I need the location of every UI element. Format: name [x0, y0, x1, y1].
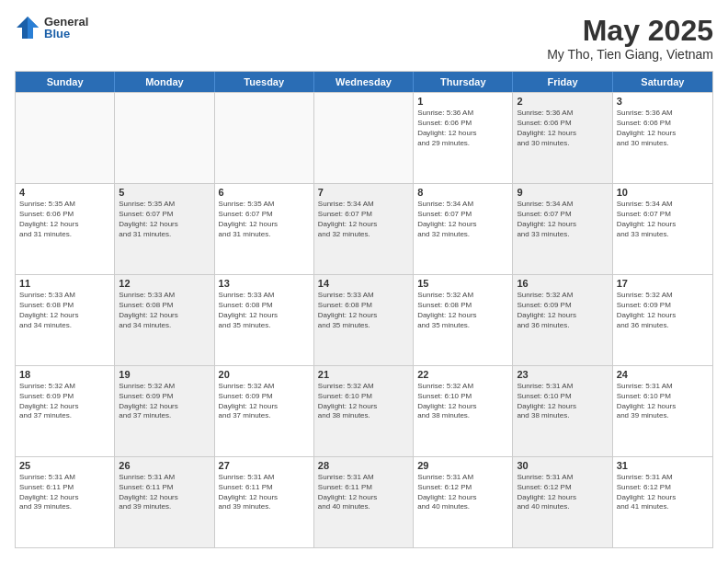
calendar-week-2: 4Sunrise: 5:35 AM Sunset: 6:06 PM Daylig… [16, 183, 712, 274]
day-info: Sunrise: 5:32 AM Sunset: 6:09 PM Dayligh… [119, 382, 210, 421]
calendar-cell: 23Sunrise: 5:31 AM Sunset: 6:10 PM Dayli… [513, 366, 612, 456]
calendar-cell: 11Sunrise: 5:33 AM Sunset: 6:08 PM Dayli… [16, 275, 115, 365]
day-info: Sunrise: 5:34 AM Sunset: 6:07 PM Dayligh… [517, 200, 608, 239]
day-number: 19 [119, 369, 210, 380]
day-info: Sunrise: 5:33 AM Sunset: 6:08 PM Dayligh… [318, 291, 409, 330]
day-info: Sunrise: 5:31 AM Sunset: 6:12 PM Dayligh… [417, 473, 508, 512]
calendar-cell: 5Sunrise: 5:35 AM Sunset: 6:07 PM Daylig… [115, 184, 214, 274]
day-number: 7 [318, 187, 409, 198]
calendar-cell: 18Sunrise: 5:32 AM Sunset: 6:09 PM Dayli… [16, 366, 115, 456]
day-info: Sunrise: 5:32 AM Sunset: 6:09 PM Dayligh… [19, 382, 110, 421]
calendar-cell: 24Sunrise: 5:31 AM Sunset: 6:10 PM Dayli… [613, 366, 712, 456]
calendar-subtitle: My Tho, Tien Giang, Vietnam [547, 47, 713, 62]
day-header-tuesday: Tuesday [215, 72, 314, 92]
calendar-cell: 12Sunrise: 5:33 AM Sunset: 6:08 PM Dayli… [115, 275, 214, 365]
logo: General Blue [15, 15, 88, 40]
day-number: 6 [219, 187, 310, 198]
day-header-monday: Monday [115, 72, 214, 92]
calendar-cell: 14Sunrise: 5:33 AM Sunset: 6:08 PM Dayli… [314, 275, 414, 365]
day-number: 4 [19, 187, 110, 198]
day-info: Sunrise: 5:32 AM Sunset: 6:10 PM Dayligh… [417, 382, 508, 421]
calendar-cell: 28Sunrise: 5:31 AM Sunset: 6:11 PM Dayli… [314, 457, 414, 547]
calendar-cell: 1Sunrise: 5:36 AM Sunset: 6:06 PM Daylig… [414, 93, 513, 183]
day-info: Sunrise: 5:32 AM Sunset: 6:08 PM Dayligh… [417, 291, 508, 330]
day-number: 12 [119, 278, 210, 289]
calendar-cell: 17Sunrise: 5:32 AM Sunset: 6:09 PM Dayli… [613, 275, 712, 365]
header: General Blue May 2025 My Tho, Tien Giang… [15, 15, 713, 62]
calendar-cell: 30Sunrise: 5:31 AM Sunset: 6:12 PM Dayli… [513, 457, 612, 547]
day-info: Sunrise: 5:31 AM Sunset: 6:12 PM Dayligh… [617, 473, 709, 512]
calendar-cell: 10Sunrise: 5:34 AM Sunset: 6:07 PM Dayli… [613, 184, 712, 274]
day-info: Sunrise: 5:31 AM Sunset: 6:12 PM Dayligh… [517, 473, 608, 512]
day-number: 3 [617, 96, 709, 107]
day-info: Sunrise: 5:31 AM Sunset: 6:11 PM Dayligh… [19, 473, 110, 512]
calendar-cell: 16Sunrise: 5:32 AM Sunset: 6:09 PM Dayli… [513, 275, 612, 365]
day-number: 16 [517, 278, 608, 289]
calendar-cell: 22Sunrise: 5:32 AM Sunset: 6:10 PM Dayli… [414, 366, 513, 456]
logo-icon [15, 15, 40, 40]
day-header-wednesday: Wednesday [314, 72, 414, 92]
calendar-cell: 15Sunrise: 5:32 AM Sunset: 6:08 PM Dayli… [414, 275, 513, 365]
day-header-thursday: Thursday [414, 72, 513, 92]
calendar-cell: 19Sunrise: 5:32 AM Sunset: 6:09 PM Dayli… [115, 366, 214, 456]
calendar-cell: 25Sunrise: 5:31 AM Sunset: 6:11 PM Dayli… [16, 457, 115, 547]
day-header-sunday: Sunday [16, 72, 115, 92]
day-info: Sunrise: 5:34 AM Sunset: 6:07 PM Dayligh… [318, 200, 409, 239]
day-number: 26 [119, 460, 210, 471]
calendar-cell: 21Sunrise: 5:32 AM Sunset: 6:10 PM Dayli… [314, 366, 414, 456]
day-number: 31 [617, 460, 709, 471]
day-header-friday: Friday [513, 72, 612, 92]
calendar-cell: 6Sunrise: 5:35 AM Sunset: 6:07 PM Daylig… [215, 184, 314, 274]
calendar-body: 1Sunrise: 5:36 AM Sunset: 6:06 PM Daylig… [16, 92, 712, 547]
day-number: 2 [517, 96, 608, 107]
day-info: Sunrise: 5:32 AM Sunset: 6:09 PM Dayligh… [517, 291, 608, 330]
day-info: Sunrise: 5:31 AM Sunset: 6:10 PM Dayligh… [617, 382, 709, 421]
day-number: 13 [219, 278, 310, 289]
day-number: 8 [417, 187, 508, 198]
day-number: 1 [417, 96, 508, 107]
day-info: Sunrise: 5:33 AM Sunset: 6:08 PM Dayligh… [119, 291, 210, 330]
day-number: 17 [617, 278, 709, 289]
day-number: 30 [517, 460, 608, 471]
day-number: 22 [417, 369, 508, 380]
calendar-cell: 7Sunrise: 5:34 AM Sunset: 6:07 PM Daylig… [314, 184, 414, 274]
title-block: May 2025 My Tho, Tien Giang, Vietnam [547, 15, 713, 62]
calendar-cell [115, 93, 214, 183]
calendar-cell [215, 93, 314, 183]
day-number: 21 [318, 369, 409, 380]
day-info: Sunrise: 5:36 AM Sunset: 6:06 PM Dayligh… [417, 109, 508, 148]
day-info: Sunrise: 5:31 AM Sunset: 6:11 PM Dayligh… [119, 473, 210, 512]
calendar-header: SundayMondayTuesdayWednesdayThursdayFrid… [16, 72, 712, 92]
calendar-week-1: 1Sunrise: 5:36 AM Sunset: 6:06 PM Daylig… [16, 92, 712, 183]
calendar-week-5: 25Sunrise: 5:31 AM Sunset: 6:11 PM Dayli… [16, 456, 712, 547]
calendar-cell: 2Sunrise: 5:36 AM Sunset: 6:06 PM Daylig… [513, 93, 612, 183]
calendar-week-4: 18Sunrise: 5:32 AM Sunset: 6:09 PM Dayli… [16, 365, 712, 456]
day-info: Sunrise: 5:33 AM Sunset: 6:08 PM Dayligh… [219, 291, 310, 330]
calendar-cell: 4Sunrise: 5:35 AM Sunset: 6:06 PM Daylig… [16, 184, 115, 274]
day-info: Sunrise: 5:32 AM Sunset: 6:09 PM Dayligh… [617, 291, 709, 330]
day-info: Sunrise: 5:31 AM Sunset: 6:11 PM Dayligh… [219, 473, 310, 512]
day-number: 28 [318, 460, 409, 471]
calendar-cell: 9Sunrise: 5:34 AM Sunset: 6:07 PM Daylig… [513, 184, 612, 274]
day-number: 29 [417, 460, 508, 471]
calendar-cell: 13Sunrise: 5:33 AM Sunset: 6:08 PM Dayli… [215, 275, 314, 365]
svg-marker-1 [28, 17, 39, 39]
day-header-saturday: Saturday [613, 72, 712, 92]
day-number: 14 [318, 278, 409, 289]
calendar-cell: 3Sunrise: 5:36 AM Sunset: 6:06 PM Daylig… [613, 93, 712, 183]
day-number: 24 [617, 369, 709, 380]
day-info: Sunrise: 5:31 AM Sunset: 6:11 PM Dayligh… [318, 473, 409, 512]
day-info: Sunrise: 5:36 AM Sunset: 6:06 PM Dayligh… [517, 109, 608, 148]
day-info: Sunrise: 5:32 AM Sunset: 6:10 PM Dayligh… [318, 382, 409, 421]
day-info: Sunrise: 5:35 AM Sunset: 6:07 PM Dayligh… [219, 200, 310, 239]
calendar-cell: 20Sunrise: 5:32 AM Sunset: 6:09 PM Dayli… [215, 366, 314, 456]
day-number: 5 [119, 187, 210, 198]
calendar-cell: 27Sunrise: 5:31 AM Sunset: 6:11 PM Dayli… [215, 457, 314, 547]
day-number: 25 [19, 460, 110, 471]
day-number: 18 [19, 369, 110, 380]
calendar-cell: 8Sunrise: 5:34 AM Sunset: 6:07 PM Daylig… [414, 184, 513, 274]
day-info: Sunrise: 5:32 AM Sunset: 6:09 PM Dayligh… [219, 382, 310, 421]
day-number: 10 [617, 187, 709, 198]
logo-blue: Blue [44, 28, 88, 40]
day-info: Sunrise: 5:35 AM Sunset: 6:06 PM Dayligh… [19, 200, 110, 239]
